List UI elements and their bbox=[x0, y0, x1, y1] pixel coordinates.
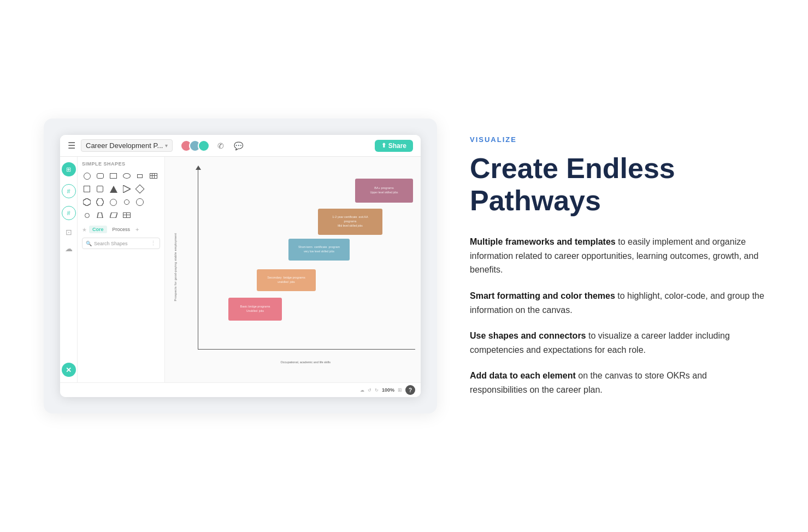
share-label: Share bbox=[388, 142, 406, 150]
career-box-label: Basic bridge programsUnskilled jobs bbox=[240, 305, 270, 313]
sidebar-cloud-icon[interactable]: ☁ bbox=[65, 244, 73, 253]
shape-empty3 bbox=[135, 210, 145, 220]
grid-view-icon[interactable]: ⊞ bbox=[398, 387, 402, 393]
shape-large-circle[interactable] bbox=[135, 197, 145, 207]
sidebar-grid-btn[interactable]: ⊞ bbox=[62, 162, 76, 176]
redo-icon[interactable]: ↻ bbox=[375, 388, 379, 393]
shapes-panel-title: SIMPLE SHAPES bbox=[82, 161, 160, 167]
svg-marker-1 bbox=[83, 198, 91, 206]
heading-line2: Pathways bbox=[470, 185, 601, 216]
career-box-label: Short-term certificate programvery low l… bbox=[298, 245, 340, 253]
feature-bold-2: Smart formatting and color themes bbox=[470, 291, 615, 300]
shape-circle2[interactable] bbox=[109, 197, 119, 207]
close-button[interactable]: ✕ bbox=[62, 363, 76, 377]
career-box-secondary: Secondary bridge programsunskilled jobs bbox=[257, 269, 316, 291]
shape-empty2 bbox=[149, 197, 158, 207]
feature-list: Multiple frameworks and templates to eas… bbox=[470, 235, 764, 397]
toolbar-title-text: Career Development P... bbox=[86, 141, 163, 150]
chevron-down-icon: ▾ bbox=[165, 143, 168, 149]
chat-icon[interactable]: 💬 bbox=[232, 140, 245, 151]
svg-marker-0 bbox=[123, 185, 131, 193]
shape-rect[interactable] bbox=[109, 171, 119, 181]
feature-item-3: Use shapes and connectors to visualize a… bbox=[470, 329, 764, 357]
close-icon: ✕ bbox=[66, 366, 72, 374]
hash-icon: # bbox=[67, 188, 70, 194]
chart-x-label: Occupational, academic and life skills bbox=[281, 360, 331, 364]
shape-empty bbox=[149, 184, 158, 194]
feature-item-1: Multiple frameworks and templates to eas… bbox=[470, 235, 764, 277]
app-statusbar: ☁ ↺ ↻ 100% ⊞ ? bbox=[60, 382, 421, 397]
shape-small-rect[interactable] bbox=[135, 171, 145, 181]
career-box-label: Secondary bridge programsunskilled jobs bbox=[267, 276, 305, 284]
shape-rounded-rect[interactable] bbox=[95, 171, 105, 181]
toolbar-title[interactable]: Career Development P... ▾ bbox=[81, 139, 173, 152]
shape-trapezoid[interactable] bbox=[95, 210, 105, 220]
career-box-cert: 1-2 year certificate exit AAprogramsMid … bbox=[318, 209, 382, 235]
more-icon[interactable]: ⋮ bbox=[150, 240, 156, 247]
shape-square-rounded[interactable] bbox=[95, 184, 105, 194]
chart-container: Prospects for good-paying stable employm… bbox=[176, 168, 415, 366]
sidebar-hash-btn[interactable]: # bbox=[62, 184, 76, 198]
shapes-grid-row2 bbox=[82, 184, 160, 194]
search-shapes-label: Search Shapes bbox=[94, 241, 128, 246]
app-sidebar: ⊞ # # ⊡ ☁ ✕ bbox=[60, 157, 78, 382]
shapes-panel: SIMPLE SHAPES bbox=[78, 157, 165, 382]
shape-oval[interactable] bbox=[122, 171, 132, 181]
main-heading: Create Endless Pathways bbox=[470, 152, 764, 218]
app-window: ☰ Career Development P... ▾ ✆ 💬 ⬆ Share bbox=[60, 135, 421, 397]
career-box-ba: BA+ programsUpper level skilled jobs bbox=[355, 179, 413, 203]
chart-arrow-y bbox=[196, 165, 201, 170]
shape-parallelogram[interactable] bbox=[109, 210, 119, 220]
search-icon: 🔍 bbox=[86, 241, 92, 246]
menu-icon[interactable]: ☰ bbox=[68, 140, 75, 151]
svg-marker-4 bbox=[110, 212, 117, 218]
shape-circle[interactable] bbox=[82, 171, 92, 181]
shapes-tabs: ★ Core Process + bbox=[82, 226, 160, 233]
shapes-grid-row3 bbox=[82, 197, 160, 207]
cloud-icon: ☁ bbox=[360, 388, 364, 393]
hash2-icon: # bbox=[67, 210, 70, 216]
app-body: ⊞ # # ⊡ ☁ ✕ SIMPLE SHAPES bbox=[60, 157, 421, 382]
career-box-short: Short-term certificate programvery low l… bbox=[288, 239, 350, 261]
chart-y-label: Prospects for good-paying stable employm… bbox=[174, 233, 177, 301]
feature-bold-1: Multiple frameworks and templates bbox=[470, 237, 616, 246]
shape-diamond[interactable] bbox=[135, 184, 145, 194]
help-button[interactable]: ? bbox=[405, 385, 415, 395]
share-icon: ⬆ bbox=[381, 142, 386, 149]
shape-square[interactable] bbox=[82, 184, 92, 194]
shapes-grid-row4 bbox=[82, 210, 160, 220]
sidebar-crop-icon[interactable]: ⊡ bbox=[66, 228, 72, 237]
shape-table2[interactable] bbox=[122, 210, 132, 220]
shape-triangle[interactable] bbox=[109, 184, 119, 194]
feature-item-4: Add data to each element on the canvas t… bbox=[470, 369, 764, 397]
shape-circle3[interactable] bbox=[122, 197, 132, 207]
phone-icon[interactable]: ✆ bbox=[215, 140, 226, 151]
feature-bold-4: Add data to each element bbox=[470, 371, 576, 380]
page-container: ☰ Career Development P... ▾ ✆ 💬 ⬆ Share bbox=[0, 0, 808, 532]
visualize-label: VISUALIZE bbox=[470, 135, 764, 144]
app-canvas[interactable]: Prospects for good-paying stable employm… bbox=[165, 157, 421, 382]
shape-hexagon2[interactable] bbox=[95, 197, 105, 207]
career-box-label: BA+ programsUpper level skilled jobs bbox=[370, 186, 398, 194]
shape-small-circle[interactable] bbox=[82, 210, 92, 220]
shape-hexagon[interactable] bbox=[82, 197, 92, 207]
shapes-search[interactable]: 🔍 Search Shapes ⋮ bbox=[82, 238, 160, 249]
svg-marker-3 bbox=[97, 212, 103, 218]
shape-rtriangle[interactable] bbox=[122, 184, 132, 194]
sidebar-hash2-btn[interactable]: # bbox=[62, 206, 76, 220]
svg-marker-2 bbox=[96, 198, 104, 206]
content-section: VISUALIZE Create Endless Pathways Multip… bbox=[470, 125, 764, 408]
shapes-grid-row1 bbox=[82, 171, 160, 181]
shape-table-grid[interactable] bbox=[149, 171, 158, 181]
heading-line1: Create Endless bbox=[470, 152, 675, 184]
feature-item-2: Smart formatting and color themes to hig… bbox=[470, 289, 764, 317]
app-screenshot: ☰ Career Development P... ▾ ✆ 💬 ⬆ Share bbox=[44, 119, 437, 413]
shapes-tab-core[interactable]: Core bbox=[89, 226, 107, 233]
chart-axis-y bbox=[198, 168, 198, 350]
shapes-tab-process[interactable]: Process bbox=[109, 226, 134, 233]
share-button[interactable]: ⬆ Share bbox=[375, 140, 413, 152]
undo-icon[interactable]: ↺ bbox=[368, 388, 371, 393]
career-box-label: 1-2 year certificate exit AAprogramsMid … bbox=[332, 215, 368, 228]
app-toolbar: ☰ Career Development P... ▾ ✆ 💬 ⬆ Share bbox=[60, 135, 421, 157]
add-shape-icon[interactable]: + bbox=[135, 226, 139, 233]
